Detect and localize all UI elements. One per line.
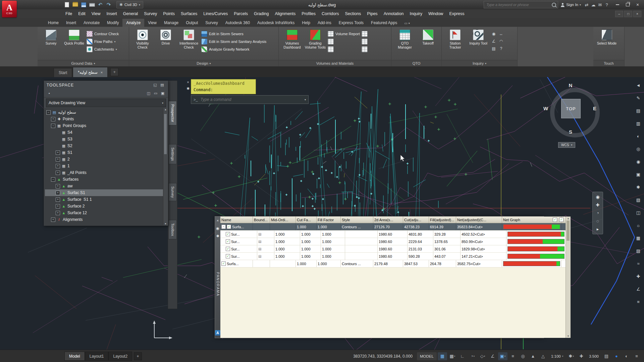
checkbox-icon[interactable]: ✓ — [226, 239, 230, 244]
pin-icon[interactable]: ◉ — [215, 226, 220, 231]
doc-restore-button[interactable]: □ — [624, 11, 632, 17]
menu-window[interactable]: Window — [425, 9, 446, 18]
ribbon-tab-featured-apps[interactable]: Featured Apps — [367, 19, 401, 27]
ribbon-tab-insert[interactable]: Insert — [62, 19, 80, 27]
panel-label-inquiry[interactable]: Inquiry▾ — [442, 60, 517, 66]
wcs-selector[interactable]: WCS ▾ — [558, 142, 575, 148]
tree-item-surfaces[interactable]: −▲Surfaces — [45, 176, 163, 183]
panel-icon-table[interactable] — [362, 39, 368, 45]
expand-icon[interactable]: + — [56, 197, 60, 202]
app-logo[interactable]: A C3D — [2, 1, 17, 17]
clean-screen-button[interactable]: ≡ — [632, 352, 641, 360]
collapse-icon[interactable]: − — [51, 177, 55, 182]
menu-file[interactable]: File — [62, 9, 75, 18]
cube-icon[interactable]: ▧ — [635, 196, 642, 203]
list-view-icon[interactable]: ▭ — [153, 90, 159, 96]
visibility-check-button[interactable]: Visibility Check — [132, 28, 153, 59]
workspace-selector[interactable]: ✱ Civil 3D ▾ — [116, 1, 143, 8]
level-of-detail-button[interactable]: 3.500 — [587, 354, 601, 358]
command-line[interactable]: >_ ▾ — [191, 95, 309, 104]
volumes-table-row[interactable]: ✓Sur...▤1.0001.0001.0001980.604831.80329… — [220, 231, 566, 238]
gear-icon[interactable]: ✱ — [635, 184, 642, 190]
tree-item-point-groups[interactable]: −▦Point Groups — [45, 122, 163, 129]
expand-icon[interactable]: + — [56, 204, 60, 208]
scroll-thumb[interactable] — [567, 221, 570, 241]
close-icon[interactable]: × — [215, 218, 220, 223]
column-mid-ordi[interactable]: Mid-Ordi... — [270, 217, 296, 223]
menu-annotation[interactable]: Annotation — [381, 9, 407, 18]
tree-item-all-points[interactable]: +▦_All Points — [45, 169, 163, 176]
volumes-table-row[interactable]: ✓Sur...▤1.0001.0001.0001980.602229.64137… — [220, 238, 566, 245]
model-space-button[interactable]: MODEL — [417, 352, 437, 360]
ribbon-tab-analyze[interactable]: Analyze — [122, 19, 144, 27]
pan-icon[interactable]: ✚ — [596, 202, 600, 207]
menu-grading[interactable]: Grading — [251, 9, 272, 18]
search-box[interactable] — [484, 1, 558, 8]
toolspace-tab-prospector[interactable]: Prospector — [168, 101, 177, 125]
open-button[interactable] — [71, 1, 79, 8]
expand-icon[interactable]: + — [56, 184, 60, 188]
flow-paths-button[interactable]: Flow Paths▾ — [87, 39, 119, 45]
menu-sections[interactable]: Sections — [342, 9, 364, 18]
expand-icon[interactable]: + — [56, 164, 60, 168]
panel-icon-table[interactable] — [362, 31, 368, 37]
sheets-icon[interactable]: ▥ — [635, 120, 642, 127]
annotation-monitor-button[interactable]: ✚ — [577, 352, 586, 360]
menu-pipes[interactable]: Pipes — [364, 9, 380, 18]
tree-item-points[interactable]: +✚Points — [45, 116, 163, 122]
ribbon-tab-survey[interactable]: Survey — [202, 19, 221, 27]
column-fill-factor[interactable]: Fill Factor — [317, 217, 341, 223]
viewcube-top-face[interactable]: TOP — [561, 99, 581, 118]
options-icon[interactable]: ✱ — [215, 233, 220, 239]
column-name[interactable]: Name — [220, 217, 253, 223]
lock-icon[interactable]: ▣ — [635, 171, 642, 178]
redo-button[interactable] — [105, 1, 112, 8]
ribbon-tab-autodesk-360[interactable]: Autodesk 360 — [222, 19, 254, 27]
inquiry-tool-button[interactable]: Inquiry Tool — [468, 28, 489, 59]
show-motion-icon[interactable]: ▸ — [597, 227, 599, 232]
zoom-icon[interactable]: ◔ — [596, 210, 599, 216]
camera-icon[interactable]: ◫ — [635, 209, 642, 216]
lineweight-toggle[interactable]: ≡ — [508, 352, 518, 360]
help-icon[interactable]: ? — [603, 1, 610, 8]
volumes-table-row[interactable]: −✓Surfa...1.0001.000Contours ...27126.70… — [220, 223, 566, 231]
minimize-button[interactable] — [612, 1, 623, 8]
volumes-dashboard-button[interactable]: Volumes Dashboard — [281, 28, 303, 59]
grid-icon[interactable]: ▦ — [635, 235, 642, 241]
tree-item-1[interactable]: +▦1 — [45, 163, 163, 169]
ortho-mode-toggle[interactable]: ∟ — [458, 352, 467, 360]
layout-tab-layout2[interactable]: Layout2 — [108, 352, 132, 361]
viewcube[interactable]: TOP N W E S — [545, 83, 596, 133]
contour-check-button[interactable]: Contour Check — [87, 31, 119, 37]
toolspace-tab-survey[interactable]: Survey — [168, 183, 177, 201]
panel-icon-table[interactable] — [362, 46, 368, 52]
save-button[interactable] — [80, 1, 87, 8]
ribbon-tab-view[interactable]: View — [144, 19, 160, 27]
menu-profiles[interactable]: Profiles — [299, 9, 319, 18]
ribbon-tab-express-tools[interactable]: Express Tools — [335, 19, 367, 27]
menu-icon[interactable]: ≡ — [635, 298, 642, 305]
new-button[interactable] — [63, 1, 70, 8]
column-style[interactable]: Style — [341, 217, 373, 223]
item-view-icon[interactable]: ◫ — [146, 90, 152, 96]
annotation-autoscale-toggle[interactable]: △ — [538, 352, 548, 360]
checkbox-icon[interactable]: ✓ — [221, 261, 226, 266]
check-icon[interactable]: ✓ — [553, 218, 557, 222]
quick-profile-button[interactable]: Quick Profile — [63, 28, 85, 59]
new-drawing-tab-button[interactable]: + — [110, 68, 118, 76]
compass-icon[interactable]: ◎ — [635, 145, 642, 152]
menu-alignments[interactable]: Alignments — [272, 9, 299, 18]
ribbon-tab-help[interactable]: Help — [298, 19, 314, 27]
select-mode-button[interactable]: Select Mode — [596, 28, 618, 59]
ribbon-display-toggle[interactable]: ▭▾ — [401, 21, 413, 27]
pin-icon[interactable]: ▪ — [46, 90, 52, 96]
layout-tab-model[interactable]: Model — [64, 352, 85, 361]
dock-icon[interactable]: ◱ — [152, 82, 158, 88]
tree-item-s2[interactable]: +▦S2 — [45, 142, 163, 149]
drive-button[interactable]: Drive — [155, 28, 176, 59]
search-icon[interactable] — [552, 3, 556, 7]
station-tracker-button[interactable]: Station Tracker — [444, 28, 466, 59]
properties-icon[interactable]: ▤ — [159, 82, 165, 88]
volumes-table-row[interactable]: ✓Sur...▤1.0001.0001.0001980.602131.03301… — [220, 245, 566, 253]
selection-cycling-toggle[interactable]: ◎ — [518, 352, 528, 360]
